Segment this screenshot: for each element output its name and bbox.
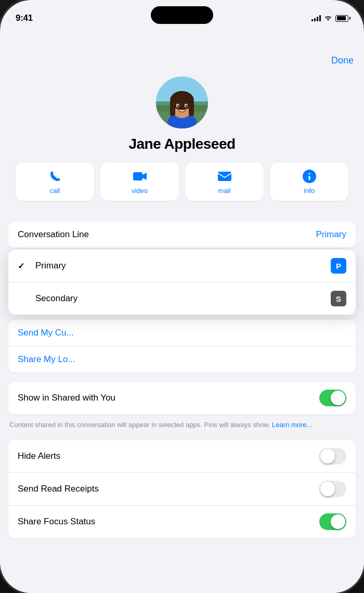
phone-screen: 9:41	[0, 0, 364, 593]
done-button[interactable]: Done	[331, 55, 354, 66]
battery-icon	[335, 15, 348, 22]
learn-more-link[interactable]: Learn more...	[272, 421, 312, 429]
shared-with-you-label: Show in Shared with You	[18, 393, 115, 403]
contact-name: Jane Appleseed	[128, 136, 235, 152]
contact-action-rows: Send My Cu... Share My Lo...	[8, 320, 356, 372]
dropdown-item-secondary[interactable]: ✓ Secondary S	[8, 282, 356, 315]
sheet-header: Done	[0, 47, 364, 71]
call-label: call	[50, 187, 60, 195]
secondary-badge: S	[331, 291, 346, 306]
conversation-line-label: Conversation Line	[18, 229, 89, 240]
svg-rect-7	[170, 101, 175, 116]
phone-icon	[48, 169, 62, 184]
secondary-option-label: Secondary	[35, 293, 77, 304]
svg-point-11	[177, 105, 179, 107]
primary-option-label: Primary	[35, 261, 66, 271]
share-focus-status-row: Share Focus Status	[8, 506, 356, 538]
conversation-line-row[interactable]: Conversation Line Primary	[8, 222, 356, 248]
video-button[interactable]: video	[100, 163, 179, 201]
svg-rect-8	[189, 101, 194, 116]
hide-alerts-label: Hide Alerts	[18, 451, 60, 461]
dropdown-item-primary[interactable]: ✓ Primary P	[8, 250, 356, 282]
action-buttons: call video	[10, 163, 354, 201]
shared-description: Content shared in this conversation will…	[0, 417, 364, 436]
send-read-receipts-label: Send Read Receipts	[18, 484, 99, 494]
svg-rect-13	[133, 172, 142, 181]
svg-point-16	[308, 173, 310, 175]
call-button[interactable]: call	[16, 163, 94, 201]
conversation-line-section: Conversation Line Primary ✓ Primary P	[8, 222, 356, 315]
avatar	[156, 76, 208, 128]
info-label: info	[304, 187, 315, 195]
send-contact-label: Send My Cu...	[18, 328, 74, 338]
svg-point-12	[186, 105, 188, 107]
status-icons	[311, 15, 348, 22]
bottom-toggles-section: Hide Alerts Send Read Receipts Share Foc…	[8, 440, 356, 538]
dropdown-item-secondary-left: ✓ Secondary	[18, 293, 77, 304]
conversation-line-value: Primary	[316, 229, 346, 240]
send-contact-row[interactable]: Send My Cu...	[8, 320, 356, 346]
phone-frame: 9:41	[0, 0, 364, 593]
shared-with-you-row: Show in Shared with You	[8, 382, 356, 414]
wifi-icon	[324, 15, 332, 21]
share-location-label: Share My Lo...	[18, 354, 75, 364]
status-time: 9:41	[16, 13, 33, 23]
video-label: video	[132, 187, 148, 195]
primary-badge: P	[331, 258, 346, 274]
mail-icon	[217, 169, 232, 184]
send-read-receipts-toggle[interactable]	[319, 481, 346, 497]
share-focus-label: Share Focus Status	[18, 517, 95, 527]
info-button[interactable]: info	[270, 163, 348, 201]
hide-alerts-row: Hide Alerts	[8, 440, 356, 473]
mail-button[interactable]: mail	[185, 163, 264, 201]
share-location-row[interactable]: Share My Lo...	[8, 346, 356, 372]
conversation-line-dropdown: ✓ Primary P ✓ Secondary	[8, 250, 356, 315]
contact-section: Jane Appleseed call	[0, 71, 364, 222]
send-read-receipts-row: Send Read Receipts	[8, 473, 356, 506]
mail-label: mail	[218, 187, 231, 195]
video-icon	[133, 169, 147, 184]
svg-rect-14	[218, 172, 231, 181]
signal-icon	[311, 15, 321, 21]
dynamic-island	[151, 6, 213, 24]
sheet: Done	[0, 47, 364, 593]
shared-with-you-section: Show in Shared with You	[8, 382, 356, 414]
share-focus-toggle[interactable]	[319, 513, 346, 530]
hide-alerts-toggle[interactable]	[319, 448, 346, 465]
dropdown-item-primary-left: ✓ Primary	[18, 261, 66, 271]
svg-rect-17	[308, 176, 310, 180]
info-icon	[302, 169, 317, 184]
shared-with-you-toggle[interactable]	[319, 390, 346, 406]
checkmark-icon: ✓	[18, 261, 28, 271]
